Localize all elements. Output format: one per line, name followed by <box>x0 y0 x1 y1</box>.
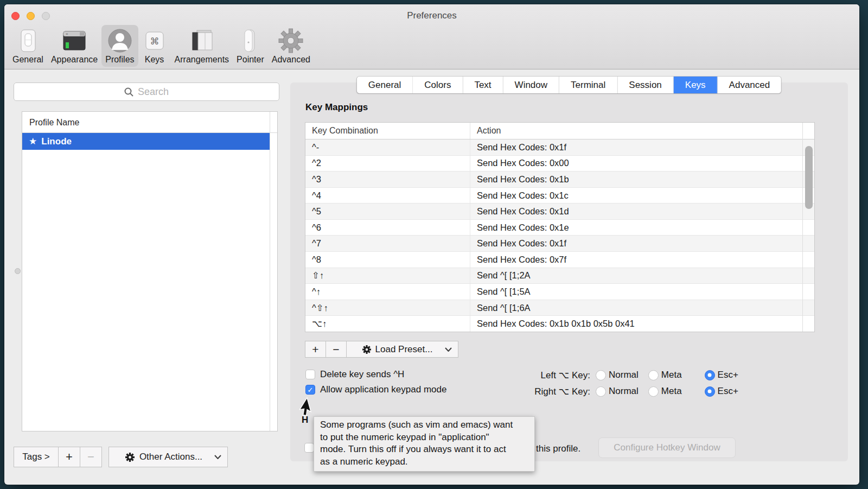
remove-mapping-button[interactable]: − <box>326 341 347 358</box>
action-cell: Send Hex Codes: 0x1c <box>470 188 814 204</box>
key-combination-cell: ⌥↑ <box>305 319 470 329</box>
splitter-handle-dot[interactable] <box>15 268 21 274</box>
preferences-toolbar: General × Appearance Profiles ⌘ Keys <box>9 25 314 67</box>
table-row[interactable]: ^- Send Hex Codes: 0x1f <box>305 139 814 156</box>
tab-text[interactable]: Text <box>463 77 503 93</box>
left-option-meta[interactable]: Meta <box>648 370 682 380</box>
table-row[interactable]: ^5 Send Hex Codes: 0x1d <box>305 204 814 220</box>
radio-label: Meta <box>661 386 682 397</box>
chevron-down-icon <box>445 347 452 352</box>
toolbar-item-pointer[interactable]: Pointer <box>233 25 268 67</box>
profile-tabs: General Colors Text Window Terminal Sess… <box>357 77 781 93</box>
search-input[interactable]: Search <box>14 82 279 101</box>
action-cell: Send Hex Codes: 0x1b <box>470 172 814 187</box>
column-header-key-combination[interactable]: Key Combination <box>305 126 470 136</box>
table-row[interactable]: ^8 Send Hex Codes: 0x7f <box>305 252 814 268</box>
table-row[interactable]: ^6 Send Hex Codes: 0x1e <box>305 220 814 236</box>
right-option-meta[interactable]: Meta <box>648 386 682 397</box>
general-icon <box>15 28 40 53</box>
profile-name: Linode <box>41 136 72 147</box>
radio-button[interactable] <box>705 370 715 380</box>
toolbar-item-advanced[interactable]: Advanced <box>268 25 314 67</box>
remove-profile-button[interactable]: − <box>80 447 102 467</box>
search-placeholder: Search <box>138 86 169 98</box>
configure-hotkey-window-button[interactable]: Configure Hotkey Window <box>598 437 736 458</box>
radio-label: Esc+ <box>718 370 738 380</box>
svg-text:×: × <box>66 31 68 36</box>
toolbar-item-label: General <box>12 55 43 65</box>
tab-terminal[interactable]: Terminal <box>559 77 617 93</box>
add-mapping-button[interactable]: + <box>305 341 326 358</box>
key-combination-cell: ^7 <box>305 238 470 249</box>
table-scrollbar-track[interactable] <box>802 123 814 332</box>
tab-general[interactable]: General <box>357 77 413 93</box>
profile-row-linode[interactable]: ★ Linode <box>22 133 270 150</box>
tab-session[interactable]: Session <box>617 77 673 93</box>
tags-button[interactable]: Tags > <box>14 447 59 467</box>
key-combination-cell: ^5 <box>305 206 470 217</box>
key-combination-cell: ^8 <box>305 255 470 265</box>
table-row[interactable]: ^7 Send Hex Codes: 0x1f <box>305 236 814 252</box>
key-combination-cell: ^4 <box>305 190 470 201</box>
toolbar-item-label: Advanced <box>272 55 310 65</box>
delete-key-checkbox-row: ✓ Delete key sends ^H <box>305 369 404 380</box>
radio-button[interactable] <box>596 370 606 380</box>
toolbar-item-arrangements[interactable]: Arrangements <box>171 25 233 67</box>
tooltip-line: Some programs (such as vim and emacs) wa… <box>320 419 528 431</box>
table-row[interactable]: ^↑ Send ^[ [1;5A <box>305 284 814 300</box>
toolbar-item-appearance[interactable]: × Appearance <box>47 25 101 67</box>
table-row[interactable]: ^3 Send Hex Codes: 0x1b <box>305 172 814 188</box>
chevron-down-icon <box>214 455 221 459</box>
profile-list-scrollbar-track[interactable] <box>270 112 277 431</box>
profile-list: Profile Name ★ Linode <box>22 111 278 431</box>
radio-label: Normal <box>609 370 639 380</box>
left-option-key-label: Left ⌥ Key: <box>524 370 590 381</box>
table-row[interactable]: ⇧↑ Send ^[ [1;2A <box>305 268 814 284</box>
obscured-checkbox[interactable] <box>304 443 314 453</box>
radio-label: Normal <box>609 386 639 397</box>
right-option-esc[interactable]: Esc+ <box>705 386 738 397</box>
arrangements-icon <box>189 28 214 53</box>
key-combination-cell: ⇧↑ <box>305 270 470 281</box>
tab-keys[interactable]: Keys <box>674 77 718 93</box>
tooltip-line: mode. Turn this off if you always want i… <box>320 443 528 456</box>
key-mappings-rows: ^- Send Hex Codes: 0x1f ^2 Send Hex Code… <box>305 139 814 332</box>
tab-colors[interactable]: Colors <box>413 77 463 93</box>
left-option-normal[interactable]: Normal <box>596 370 639 380</box>
load-preset-label: Load Preset... <box>375 344 433 355</box>
tab-window[interactable]: Window <box>503 77 559 93</box>
profile-list-header[interactable]: Profile Name <box>22 112 277 133</box>
tooltip-line: as a numeric keypad. <box>320 456 528 468</box>
toolbar-item-profiles[interactable]: Profiles <box>101 25 138 67</box>
table-row[interactable]: ^2 Send Hex Codes: 0x00 <box>305 156 814 172</box>
keypad-mode-checkbox[interactable]: ✓ <box>305 385 315 395</box>
other-actions-label: Other Actions... <box>139 452 202 462</box>
radio-button[interactable] <box>648 370 659 380</box>
key-combination-cell: ^6 <box>305 223 470 233</box>
key-combination-cell: ^- <box>305 142 470 153</box>
column-header-action[interactable]: Action <box>470 123 814 139</box>
key-combination-cell: ^⇧↑ <box>305 303 470 313</box>
table-row[interactable]: ⌥↑ Send Hex Codes: 0x1b 0x1b 0x5b 0x41 <box>305 316 814 332</box>
profiles-icon <box>107 28 132 53</box>
load-preset-dropdown[interactable]: Load Preset... <box>346 341 458 358</box>
action-cell: Send Hex Codes: 0x1b 0x1b 0x5b 0x41 <box>470 316 814 332</box>
add-profile-button[interactable]: + <box>58 447 80 467</box>
radio-button[interactable] <box>596 386 606 397</box>
table-row[interactable]: ^4 Send Hex Codes: 0x1c <box>305 188 814 204</box>
right-option-normal[interactable]: Normal <box>596 386 639 397</box>
tab-advanced[interactable]: Advanced <box>718 77 782 93</box>
search-icon <box>124 87 133 97</box>
window-title: Preferences <box>4 10 859 21</box>
table-row[interactable]: ^⇧↑ Send ^[ [1;6A <box>305 300 814 316</box>
radio-button[interactable] <box>648 386 659 397</box>
left-option-esc[interactable]: Esc+ <box>705 370 738 380</box>
other-actions-dropdown[interactable]: Other Actions... <box>108 447 228 467</box>
toolbar-item-keys[interactable]: ⌘ Keys <box>138 25 171 67</box>
radio-button[interactable] <box>705 386 715 397</box>
table-scrollbar-thumb[interactable] <box>805 146 813 209</box>
toolbar-item-general[interactable]: General <box>9 25 47 67</box>
keys-icon: ⌘ <box>142 28 167 53</box>
delete-key-checkbox[interactable]: ✓ <box>305 370 315 379</box>
right-option-key-label: Right ⌥ Key: <box>524 386 590 397</box>
